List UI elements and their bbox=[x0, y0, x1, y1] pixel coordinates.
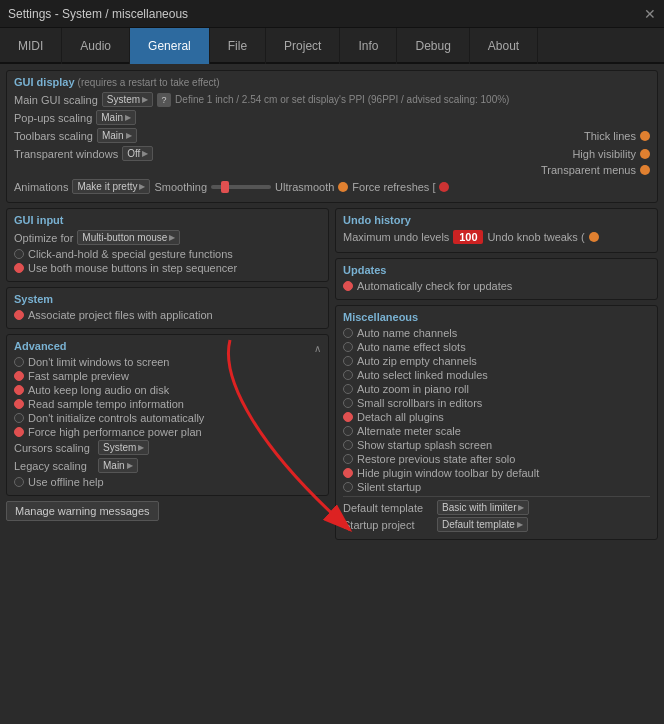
smoothing-slider[interactable] bbox=[211, 185, 271, 189]
read-sample-row[interactable]: Read sample tempo information bbox=[14, 398, 321, 410]
dont-init-row[interactable]: Don't initialize controls automatically bbox=[14, 412, 321, 424]
misc-3-radio[interactable] bbox=[343, 370, 353, 380]
dont-init-radio[interactable] bbox=[14, 413, 24, 423]
click-hold-label: Click-and-hold & special gesture functio… bbox=[28, 248, 233, 260]
read-sample-radio[interactable] bbox=[14, 399, 24, 409]
associate-project-radio[interactable] bbox=[14, 310, 24, 320]
animations-dropdown[interactable]: Make it pretty ▶ bbox=[72, 179, 150, 194]
misc-10-row[interactable]: Hide plugin window toolbar by default bbox=[343, 467, 650, 479]
tab-audio[interactable]: Audio bbox=[62, 28, 130, 64]
dont-init-label: Don't initialize controls automatically bbox=[28, 412, 204, 424]
legacy-scaling-row: Legacy scaling Main ▶ bbox=[14, 458, 321, 473]
misc-5-label: Small scrollbars in editors bbox=[357, 397, 482, 409]
ultrasmooth-dot[interactable] bbox=[338, 182, 348, 192]
misc-2-radio[interactable] bbox=[343, 356, 353, 366]
auto-check-row[interactable]: Automatically check for updates bbox=[343, 280, 650, 292]
offline-help-radio[interactable] bbox=[14, 477, 24, 487]
window-title: Settings - System / miscellaneous bbox=[8, 7, 188, 21]
associate-project-row[interactable]: Associate project files with application bbox=[14, 309, 321, 321]
legacy-scaling-dropdown[interactable]: Main ▶ bbox=[98, 458, 138, 473]
optimize-for-dropdown[interactable]: Multi-button mouse ▶ bbox=[77, 230, 180, 245]
misc-7-radio[interactable] bbox=[343, 426, 353, 436]
misc-4-radio[interactable] bbox=[343, 384, 353, 394]
fast-sample-radio[interactable] bbox=[14, 371, 24, 381]
cursors-scaling-row: Cursors scaling System ▶ bbox=[14, 440, 321, 455]
optimize-for-row: Optimize for Multi-button mouse ▶ bbox=[14, 230, 321, 245]
smoothing-thumb[interactable] bbox=[221, 181, 229, 193]
miscellaneous-panel: Miscellaneous Auto name channels Auto na… bbox=[335, 305, 658, 540]
toolbars-scaling-dropdown[interactable]: Main ▶ bbox=[97, 128, 137, 143]
force-refreshes-dot[interactable] bbox=[439, 182, 449, 192]
auto-keep-row[interactable]: Auto keep long audio on disk bbox=[14, 384, 321, 396]
misc-4-row[interactable]: Auto zoom in piano roll bbox=[343, 383, 650, 395]
dont-limit-radio[interactable] bbox=[14, 357, 24, 367]
click-hold-row[interactable]: Click-and-hold & special gesture functio… bbox=[14, 248, 321, 260]
misc-7-row[interactable]: Alternate meter scale bbox=[343, 425, 650, 437]
misc-3-label: Auto select linked modules bbox=[357, 369, 488, 381]
misc-8-radio[interactable] bbox=[343, 440, 353, 450]
misc-5-radio[interactable] bbox=[343, 398, 353, 408]
offline-help-row[interactable]: Use offline help bbox=[14, 476, 321, 488]
max-undo-value[interactable]: 100 bbox=[453, 230, 483, 244]
transparent-menus-dot[interactable] bbox=[640, 165, 650, 175]
force-perf-row[interactable]: Force high performance power plan bbox=[14, 426, 321, 438]
tab-debug[interactable]: Debug bbox=[397, 28, 469, 64]
misc-10-radio[interactable] bbox=[343, 468, 353, 478]
transparent-menus-row: Transparent menus bbox=[14, 164, 650, 176]
misc-5-row[interactable]: Small scrollbars in editors bbox=[343, 397, 650, 409]
tab-file[interactable]: File bbox=[210, 28, 266, 64]
main-gui-scaling-dropdown[interactable]: System ▶ bbox=[102, 92, 153, 107]
misc-2-row[interactable]: Auto zip empty channels bbox=[343, 355, 650, 367]
misc-11-row[interactable]: Silent startup bbox=[343, 481, 650, 493]
auto-check-radio[interactable] bbox=[343, 281, 353, 291]
close-button[interactable]: ✕ bbox=[644, 6, 656, 22]
tab-midi[interactable]: MIDI bbox=[0, 28, 62, 64]
auto-keep-radio[interactable] bbox=[14, 385, 24, 395]
main-gui-scaling-label: Main GUI scaling bbox=[14, 94, 98, 106]
thick-lines-dot[interactable] bbox=[640, 131, 650, 141]
force-perf-radio[interactable] bbox=[14, 427, 24, 437]
misc-8-row[interactable]: Show startup splash screen bbox=[343, 439, 650, 451]
tab-project[interactable]: Project bbox=[266, 28, 340, 64]
undo-knob-tweaks-dot[interactable] bbox=[589, 232, 599, 242]
max-undo-row: Maximum undo levels 100 Undo knob tweaks… bbox=[343, 230, 650, 244]
misc-0-radio[interactable] bbox=[343, 328, 353, 338]
misc-8-label: Show startup splash screen bbox=[357, 439, 492, 451]
advanced-collapse-icon[interactable]: ∧ bbox=[314, 343, 321, 354]
both-mouse-label: Use both mouse buttons in step sequencer bbox=[28, 262, 237, 274]
misc-9-radio[interactable] bbox=[343, 454, 353, 464]
gui-display-title: GUI display (requires a restart to take … bbox=[14, 76, 650, 88]
both-mouse-row[interactable]: Use both mouse buttons in step sequencer bbox=[14, 262, 321, 274]
optimize-for-label: Optimize for bbox=[14, 232, 73, 244]
fast-sample-row[interactable]: Fast sample preview bbox=[14, 370, 321, 382]
misc-1-row[interactable]: Auto name effect slots bbox=[343, 341, 650, 353]
tab-about[interactable]: About bbox=[470, 28, 538, 64]
default-template-row: Default template Basic with limiter ▶ bbox=[343, 500, 650, 515]
misc-0-row[interactable]: Auto name channels bbox=[343, 327, 650, 339]
fast-sample-label: Fast sample preview bbox=[28, 370, 129, 382]
misc-1-radio[interactable] bbox=[343, 342, 353, 352]
gui-input-panel: GUI input Optimize for Multi-button mous… bbox=[6, 208, 329, 282]
misc-11-radio[interactable] bbox=[343, 482, 353, 492]
high-visibility-dot[interactable] bbox=[640, 149, 650, 159]
undo-knob-tweaks-label: Undo knob tweaks ( bbox=[487, 231, 584, 243]
startup-project-dropdown[interactable]: Default template ▶ bbox=[437, 517, 528, 532]
misc-6-row[interactable]: Detach all plugins bbox=[343, 411, 650, 423]
ppi-help-button[interactable]: ? bbox=[157, 93, 171, 107]
misc-6-radio[interactable] bbox=[343, 412, 353, 422]
both-mouse-radio[interactable] bbox=[14, 263, 24, 273]
default-template-dropdown[interactable]: Basic with limiter ▶ bbox=[437, 500, 529, 515]
click-hold-radio[interactable] bbox=[14, 249, 24, 259]
dont-limit-row[interactable]: Don't limit windows to screen bbox=[14, 356, 321, 368]
tab-info[interactable]: Info bbox=[340, 28, 397, 64]
misc-9-row[interactable]: Restore previous state after solo bbox=[343, 453, 650, 465]
startup-project-label: Startup project bbox=[343, 519, 433, 531]
tab-general[interactable]: General bbox=[130, 28, 210, 64]
misc-3-row[interactable]: Auto select linked modules bbox=[343, 369, 650, 381]
manage-warnings-button[interactable]: Manage warning messages bbox=[6, 501, 159, 521]
transparent-windows-dropdown[interactable]: Off ▶ bbox=[122, 146, 153, 161]
popups-scaling-dropdown[interactable]: Main ▶ bbox=[96, 110, 136, 125]
tab-bar: MIDI Audio General File Project Info Deb… bbox=[0, 28, 664, 64]
misc-1-label: Auto name effect slots bbox=[357, 341, 466, 353]
cursors-scaling-dropdown[interactable]: System ▶ bbox=[98, 440, 149, 455]
